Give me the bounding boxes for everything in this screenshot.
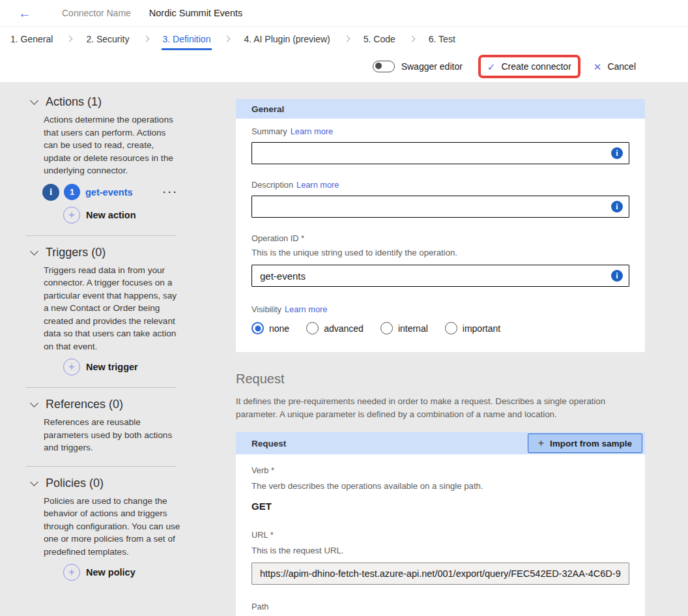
visibility-label: Visibility (251, 304, 281, 314)
operation-id-input[interactable] (251, 265, 629, 287)
radio-label: internal (398, 323, 428, 334)
chevron-right-icon (408, 36, 415, 42)
new-policy-button[interactable]: + New policy (63, 564, 182, 581)
connector-name-value: Nordic Summit Events (149, 8, 242, 18)
references-section-header[interactable]: References (0) (31, 398, 182, 411)
plus-icon: + (538, 438, 544, 448)
new-policy-label: New policy (86, 567, 136, 578)
action-item-get-events[interactable]: i 1 get-events ··· (42, 184, 182, 201)
import-from-sample-button[interactable]: + Import from sample (528, 433, 642, 453)
step-security[interactable]: 2. Security (86, 34, 129, 44)
top-bar: ← Connector Name Nordic Summit Events (0, 0, 688, 27)
triggers-section-header[interactable]: Triggers (0) (31, 246, 182, 259)
wizard-steps: 1. General 2. Security 3. Definition 4. … (0, 27, 688, 51)
request-section-intro: Request It defines the pre-requirements … (236, 372, 646, 420)
plus-circle-icon: + (63, 207, 80, 224)
close-icon: ✕ (594, 62, 602, 72)
back-arrow-icon[interactable]: ← (18, 7, 31, 20)
create-connector-label: Create connector (501, 61, 571, 72)
actions-section-header[interactable]: Actions (1) (31, 95, 182, 109)
sidebar: Actions (1) Actions determine the operat… (31, 95, 182, 581)
operation-id-label: Operation ID * (251, 233, 304, 243)
verb-label: Verb * (251, 465, 274, 475)
info-icon[interactable]: i (42, 184, 59, 201)
new-action-button[interactable]: + New action (63, 207, 182, 224)
radio-icon (306, 322, 319, 334)
info-icon[interactable]: i (611, 270, 623, 282)
more-options-icon[interactable]: ··· (163, 186, 179, 198)
general-header-label: General (251, 104, 284, 114)
radio-label: advanced (324, 323, 364, 334)
toggle-knob (375, 63, 382, 69)
swagger-editor-toggle[interactable] (373, 61, 395, 72)
red-highlight-annotation: ✓ Create connector (478, 55, 580, 78)
step-test[interactable]: 6. Test (429, 34, 455, 44)
request-header-label: Request (251, 439, 286, 448)
verb-help: The verb describes the operations availa… (251, 481, 629, 491)
toolbar: Swagger editor ✓ Create connector ✕ Canc… (0, 51, 688, 82)
chevron-right-icon (143, 36, 149, 42)
description-label: Description (251, 180, 293, 190)
action-item-label[interactable]: get-events (85, 187, 133, 198)
action-count-badge: 1 (64, 184, 80, 200)
info-icon[interactable]: i (611, 147, 623, 159)
visibility-radio-advanced[interactable]: advanced (306, 322, 364, 334)
chevron-right-icon (224, 36, 231, 42)
info-icon[interactable]: i (611, 201, 623, 213)
chevron-down-icon (30, 478, 38, 486)
visibility-radio-important[interactable]: important (445, 322, 500, 334)
new-trigger-button[interactable]: + New trigger (63, 359, 182, 375)
visibility-radio-none[interactable]: none (251, 322, 289, 334)
new-trigger-label: New trigger (86, 362, 138, 372)
actions-title: Actions (1) (46, 95, 102, 109)
plus-circle-icon: + (63, 359, 80, 375)
radio-label: important (463, 323, 500, 334)
sidebar-divider (26, 387, 176, 388)
triggers-description: Triggers read data in from your connecto… (44, 264, 181, 353)
verb-value: GET (251, 501, 629, 512)
plus-circle-icon: + (63, 564, 80, 581)
description-input[interactable] (251, 196, 629, 218)
radio-icon (380, 322, 393, 334)
chevron-down-icon (30, 399, 38, 407)
step-ai-plugin[interactable]: 4. AI Plugin (preview) (244, 34, 330, 44)
summary-input[interactable] (251, 142, 629, 164)
step-general[interactable]: 1. General (10, 34, 53, 44)
operation-id-help: This is the unique string used to identi… (251, 248, 629, 257)
triggers-title: Triggers (0) (46, 246, 106, 259)
import-from-sample-label: Import from sample (550, 439, 632, 448)
url-input[interactable] (251, 563, 629, 585)
new-action-label: New action (86, 210, 136, 220)
request-panel-header: Request + Import from sample (236, 432, 645, 454)
chevron-down-icon (30, 96, 38, 105)
policies-section-header[interactable]: Policies (0) (31, 477, 182, 490)
connector-name-label: Connector Name (62, 8, 131, 18)
request-section-description: It defines the pre-requirements needed i… (236, 395, 646, 420)
cancel-label: Cancel (607, 61, 636, 72)
path-label: Path (251, 602, 268, 611)
visibility-learn-more-link[interactable]: Learn more (285, 304, 327, 314)
references-description: References are reusable parameters used … (44, 416, 181, 454)
description-learn-more-link[interactable]: Learn more (296, 180, 339, 190)
chevron-down-icon (30, 247, 38, 256)
chevron-right-icon (66, 36, 73, 42)
policies-description: Policies are used to change the behavior… (44, 495, 181, 559)
request-section-title: Request (236, 372, 646, 387)
step-definition[interactable]: 3. Definition (163, 34, 211, 44)
sidebar-divider (26, 466, 176, 467)
references-title: References (0) (46, 398, 123, 411)
request-panel: Request + Import from sample Verb * The … (236, 432, 645, 616)
chevron-right-icon (343, 36, 350, 42)
visibility-radio-internal[interactable]: internal (380, 322, 428, 334)
radio-label: none (269, 323, 289, 334)
create-connector-button[interactable]: ✓ Create connector (487, 61, 571, 72)
summary-label: Summary (251, 126, 287, 136)
general-panel: General Summary Learn more i Description… (236, 99, 645, 352)
radio-icon (445, 322, 457, 334)
summary-learn-more-link[interactable]: Learn more (291, 126, 333, 136)
url-help: This is the request URL. (251, 546, 629, 555)
checkmark-icon: ✓ (487, 62, 496, 72)
policies-title: Policies (0) (46, 477, 104, 490)
cancel-button[interactable]: ✕ Cancel (594, 61, 636, 72)
step-code[interactable]: 5. Code (364, 34, 395, 44)
